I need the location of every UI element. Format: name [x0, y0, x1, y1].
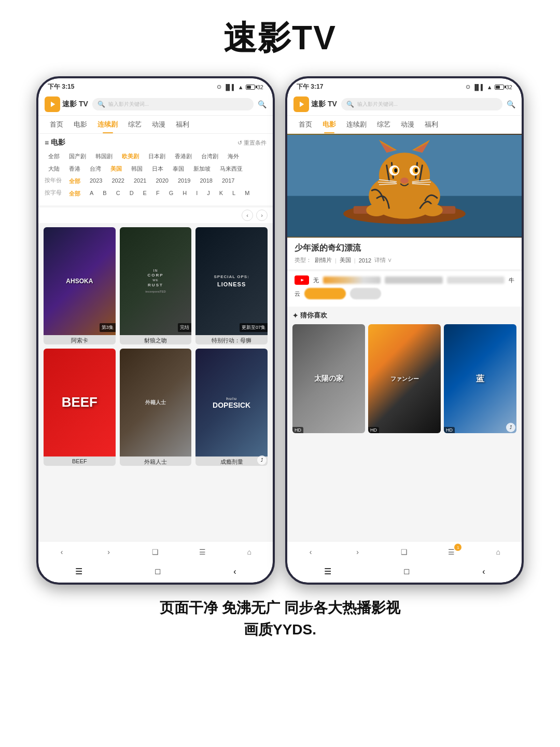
filter-alpha-k[interactable]: K	[216, 189, 227, 199]
filter-tag-taiwan[interactable]: 台湾剧	[198, 151, 222, 161]
movie-badge-lioness: 更新至07集	[240, 323, 268, 332]
bottom-tabs-right[interactable]: ❑	[396, 546, 413, 558]
filter-alpha-e[interactable]: E	[139, 189, 150, 199]
movie-title-lioness: 特别行动：母狮	[195, 335, 268, 344]
tab-variety-left[interactable]: 综艺	[123, 116, 147, 133]
search-placeholder-right: 输入影片关键词...	[357, 101, 398, 108]
rec-share-btn-blu[interactable]: ⤴	[506, 423, 515, 432]
status-time-right: 下午 3:17	[297, 82, 323, 91]
search-btn-left[interactable]: 🔍	[258, 100, 267, 108]
youtube-icon	[295, 275, 309, 285]
next-page-btn[interactable]: ›	[256, 210, 268, 221]
filter-alpha-c[interactable]: C	[113, 189, 124, 199]
search-box-right[interactable]: 🔍 输入影片关键词...	[341, 98, 502, 110]
tab-variety-right[interactable]: 综艺	[372, 116, 396, 133]
movie-card-dopesick[interactable]: hulu DOPESICK ⤴ 成瘾剂量	[195, 349, 268, 466]
filter-year-2022[interactable]: 2022	[108, 176, 128, 186]
filter-year-2018[interactable]: 2018	[196, 176, 216, 186]
tab-welfare-left[interactable]: 福利	[171, 116, 194, 133]
tab-anime-left[interactable]: 动漫	[147, 116, 171, 133]
filter-alpha-j[interactable]: J	[203, 189, 214, 199]
filter-year-all[interactable]: 全部	[65, 176, 84, 186]
filter-tag-riben[interactable]: 日本剧	[145, 151, 169, 161]
bottom-menu-left[interactable]: ☰	[194, 546, 211, 558]
filter-tag-my[interactable]: 马来西亚	[216, 164, 246, 174]
filter-tag-guochan[interactable]: 国产剧	[65, 151, 90, 161]
filter-tag-us[interactable]: 美国	[107, 164, 125, 174]
tab-series-left[interactable]: 连续剧	[92, 116, 123, 133]
filter-alpha-g[interactable]: G	[165, 189, 177, 199]
source-pill-gray-1[interactable]	[350, 288, 381, 299]
filter-tag-quanbu[interactable]: 全部	[45, 151, 63, 161]
bottom-back-right[interactable]: ‹	[302, 546, 319, 558]
rec-card-fancy[interactable]: ファンシー HD	[368, 324, 441, 433]
bottom-nav-left: ‹ › ❑ ☰ ⌂	[38, 541, 273, 562]
bottom-forward-left[interactable]: ›	[101, 546, 117, 558]
filter-alpha-l[interactable]: L	[229, 189, 239, 199]
prev-page-btn[interactable]: ‹	[242, 210, 253, 221]
tab-home-left[interactable]: 首页	[45, 116, 68, 133]
rec-card-blu[interactable]: 蓝 HD ⤴	[444, 324, 516, 433]
bottom-menu-right[interactable]: ☰ 1	[443, 546, 459, 558]
movie-card-expats[interactable]: 外籍人士 外籍人士	[120, 349, 192, 466]
region-value: 美国	[340, 256, 351, 264]
filter-alpha-d[interactable]: D	[126, 189, 137, 199]
tab-movie-left[interactable]: 电影	[68, 116, 92, 133]
filter-tag-haiwai[interactable]: 海外	[224, 151, 243, 161]
filter-year-2019[interactable]: 2019	[174, 176, 194, 186]
source-pill-orange[interactable]	[304, 288, 346, 299]
rec-card-taiyo[interactable]: 太陽の家 HD	[292, 324, 365, 433]
filter-alpha-i[interactable]: I	[192, 189, 201, 199]
sys-home-left[interactable]: □	[156, 567, 161, 576]
sys-menu-right[interactable]: ☰	[324, 566, 331, 576]
filter-year-2017[interactable]: 2017	[218, 176, 238, 186]
tab-anime-right[interactable]: 动漫	[396, 116, 419, 133]
movie-card-beef[interactable]: BEEF BEEF	[44, 349, 116, 466]
bottom-back-left[interactable]: ‹	[53, 546, 70, 558]
filter-year-2021[interactable]: 2021	[130, 176, 150, 186]
filter-genre-row: 全部 国产剧 韩国剧 欧美剧 日本剧 香港剧 台湾剧 海外	[45, 151, 267, 161]
app-header-left: 速影 TV 🔍 输入影片关键词... 🔍	[38, 93, 273, 116]
bottom-forward-right[interactable]: ›	[349, 546, 366, 558]
filter-tag-thai[interactable]: 泰国	[169, 164, 188, 174]
movie-card-incorporated[interactable]: IN CORP WE RUST incorporaTED 完结 豺狼之吻	[120, 227, 192, 344]
filter-alpha-m[interactable]: M	[241, 189, 253, 199]
bottom-tabs-left[interactable]: ❑	[147, 546, 164, 558]
movie-card-ahsoka[interactable]: AHSOKA 第3集 阿索卡	[44, 227, 116, 344]
filter-tag-jp[interactable]: 日本	[148, 164, 167, 174]
filter-alpha-f[interactable]: F	[152, 189, 163, 199]
rec-badge-blu: HD	[444, 427, 455, 433]
logo-left: 速影 TV	[45, 96, 88, 112]
filter-tag-tw[interactable]: 台湾	[86, 164, 105, 174]
bottom-home-left[interactable]: ⌂	[241, 546, 258, 558]
filter-reset-btn[interactable]: ↺ 重置条件	[237, 139, 267, 147]
tab-series-right[interactable]: 连续剧	[341, 116, 372, 133]
search-box-left[interactable]: 🔍 输入影片关键词...	[92, 98, 254, 110]
source-niu-label: 牛	[509, 276, 514, 284]
filter-tag-hanguo[interactable]: 韩国剧	[92, 151, 116, 161]
sys-back-right[interactable]: ‹	[482, 567, 485, 576]
bottom-home-right[interactable]: ⌂	[490, 546, 507, 558]
filter-alpha-h[interactable]: H	[179, 189, 190, 199]
filter-tag-sg[interactable]: 新加坡	[190, 164, 214, 174]
filter-tag-hk[interactable]: 香港	[65, 164, 84, 174]
filter-alpha-all[interactable]: 全部	[65, 189, 84, 199]
filter-alpha-a[interactable]: A	[86, 189, 97, 199]
sys-menu-left[interactable]: ☰	[75, 566, 82, 576]
tab-home-right[interactable]: 首页	[293, 116, 317, 133]
tab-welfare-right[interactable]: 福利	[419, 116, 443, 133]
sys-back-left[interactable]: ‹	[233, 567, 236, 576]
share-btn-dopesick[interactable]: ⤴	[257, 455, 267, 465]
filter-tag-xianggang[interactable]: 香港剧	[171, 151, 195, 161]
detail-more-btn[interactable]: 详情 ∨	[374, 256, 392, 264]
filter-alpha-b[interactable]: B	[99, 189, 110, 199]
filter-tag-dalu[interactable]: 大陆	[45, 164, 63, 174]
search-btn-right[interactable]: 🔍	[507, 100, 515, 108]
filter-year-2023[interactable]: 2023	[86, 176, 106, 186]
sys-home-right[interactable]: □	[404, 567, 410, 576]
movie-card-lioness[interactable]: SPECIAL OPS: LIONESS 更新至07集 特别行动：母狮	[195, 227, 268, 344]
tab-movie-right[interactable]: 电影	[317, 116, 341, 133]
filter-tag-kr[interactable]: 韩国	[128, 164, 146, 174]
filter-year-2020[interactable]: 2020	[152, 176, 172, 186]
filter-tag-oumei[interactable]: 欧美剧	[118, 151, 143, 161]
